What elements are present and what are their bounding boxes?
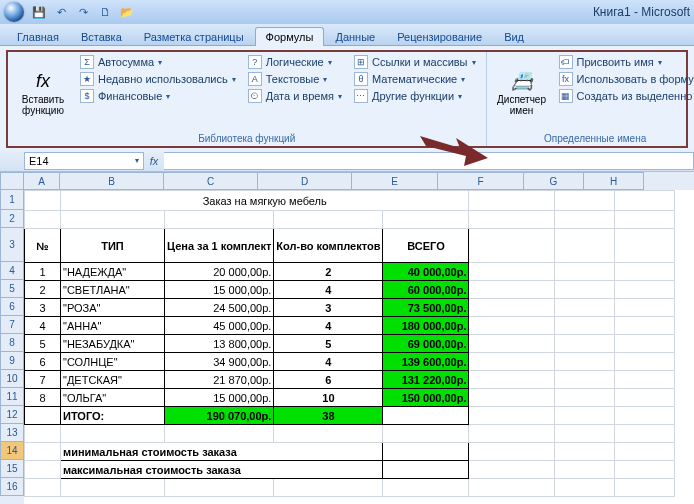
window-title: Книга1 - Microsoft	[593, 5, 690, 19]
date-button[interactable]: ⏲Дата и время▾	[244, 88, 346, 104]
quick-access-toolbar: 💾 ↶ ↷ 🗋 📂	[30, 3, 136, 21]
fx-button[interactable]: fx	[144, 155, 164, 167]
formula-icon: fx	[559, 72, 573, 86]
redo-icon[interactable]: ↷	[74, 3, 92, 21]
autosum-button[interactable]: ΣАвтосумма▾	[76, 54, 240, 70]
tab-data[interactable]: Данные	[324, 27, 386, 46]
fx-icon: fx	[36, 71, 50, 92]
tab-home[interactable]: Главная	[6, 27, 70, 46]
row-headers: 12345678910111213141516	[0, 190, 24, 504]
undo-icon[interactable]: ↶	[52, 3, 70, 21]
row-header-7[interactable]: 7	[0, 316, 24, 334]
row-header-4[interactable]: 4	[0, 262, 24, 280]
col-header-D[interactable]: D	[258, 172, 352, 190]
select-all-corner[interactable]	[0, 172, 24, 190]
name-manager-button[interactable]: 📇 Диспетчер имен	[493, 54, 551, 132]
financial-button[interactable]: $Финансовые▾	[76, 88, 240, 104]
title-bar: 💾 ↶ ↷ 🗋 📂 Книга1 - Microsoft	[0, 0, 694, 24]
define-name-button[interactable]: 🏷Присвоить имя▾	[555, 54, 694, 70]
math-button[interactable]: θМатематические▾	[350, 71, 480, 87]
sigma-icon: Σ	[80, 55, 94, 69]
row-header-9[interactable]: 9	[0, 352, 24, 370]
col-header-G[interactable]: G	[524, 172, 584, 190]
group-caption-library: Библиотека функций	[14, 132, 480, 144]
tab-insert[interactable]: Вставка	[70, 27, 133, 46]
col-header-H[interactable]: H	[584, 172, 644, 190]
row-header-12[interactable]: 12	[0, 406, 24, 424]
new-icon[interactable]: 🗋	[96, 3, 114, 21]
financial-icon: $	[80, 89, 94, 103]
lookup-icon: ⊞	[354, 55, 368, 69]
more-fn-button[interactable]: ⋯Другие функции▾	[350, 88, 480, 104]
row-header-13[interactable]: 13	[0, 424, 24, 442]
tab-formulas[interactable]: Формулы	[255, 27, 325, 46]
recent-icon: ★	[80, 72, 94, 86]
row-header-2[interactable]: 2	[0, 210, 24, 228]
tab-review[interactable]: Рецензирование	[386, 27, 493, 46]
name-manager-label: Диспетчер имен	[495, 94, 549, 116]
create-from-sel-button[interactable]: ▦Создать из выделенно	[555, 88, 694, 104]
row-header-5[interactable]: 5	[0, 280, 24, 298]
name-box[interactable]: E14▾	[24, 152, 144, 170]
row-header-6[interactable]: 6	[0, 298, 24, 316]
tab-view[interactable]: Вид	[493, 27, 535, 46]
col-header-C[interactable]: C	[164, 172, 258, 190]
tab-layout[interactable]: Разметка страницы	[133, 27, 255, 46]
recent-button[interactable]: ★Недавно использовались▾	[76, 71, 240, 87]
col-header-E[interactable]: E	[352, 172, 438, 190]
text-button[interactable]: AТекстовые▾	[244, 71, 346, 87]
math-icon: θ	[354, 72, 368, 86]
row-header-14[interactable]: 14	[0, 442, 24, 460]
create-icon: ▦	[559, 89, 573, 103]
ribbon-tabs: Главная Вставка Разметка страницы Формул…	[0, 24, 694, 46]
group-caption-names: Определенные имена	[493, 132, 694, 144]
formula-bar[interactable]	[164, 152, 694, 170]
col-header-F[interactable]: F	[438, 172, 524, 190]
col-header-B[interactable]: B	[60, 172, 164, 190]
row-header-16[interactable]: 16	[0, 478, 24, 496]
row-header-15[interactable]: 15	[0, 460, 24, 478]
open-icon[interactable]: 📂	[118, 3, 136, 21]
logical-button[interactable]: ?Логические▾	[244, 54, 346, 70]
col-header-A[interactable]: A	[24, 172, 60, 190]
insert-function-label: Вставить функцию	[16, 94, 70, 116]
lookup-button[interactable]: ⊞Ссылки и массивы▾	[350, 54, 480, 70]
tag-icon: 🏷	[559, 55, 573, 69]
row-header-10[interactable]: 10	[0, 370, 24, 388]
use-in-formula-button[interactable]: fxИспользовать в форму	[555, 71, 694, 87]
text-icon: A	[248, 72, 262, 86]
insert-function-button[interactable]: fx Вставить функцию	[14, 54, 72, 132]
column-headers-row: ABCDEFGH	[0, 172, 694, 190]
name-manager-icon: 📇	[511, 70, 533, 92]
clock-icon: ⏲	[248, 89, 262, 103]
row-header-11[interactable]: 11	[0, 388, 24, 406]
ribbon: fx Вставить функцию ΣАвтосумма▾ ★Недавно…	[0, 46, 694, 150]
more-icon: ⋯	[354, 89, 368, 103]
row-header-8[interactable]: 8	[0, 334, 24, 352]
row-header-1[interactable]: 1	[0, 190, 24, 210]
office-button[interactable]	[4, 2, 24, 22]
row-header-3[interactable]: 3	[0, 228, 24, 262]
column-headers: ABCDEFGH	[24, 172, 694, 190]
formula-bar-row: E14▾ fx	[0, 150, 694, 172]
logical-icon: ?	[248, 55, 262, 69]
save-icon[interactable]: 💾	[30, 3, 48, 21]
cells[interactable]: Заказ на мягкую мебель№ТИПЦена за 1 комп…	[24, 190, 675, 497]
worksheet-grid[interactable]: 12345678910111213141516 Заказ на мягкую …	[0, 190, 694, 504]
